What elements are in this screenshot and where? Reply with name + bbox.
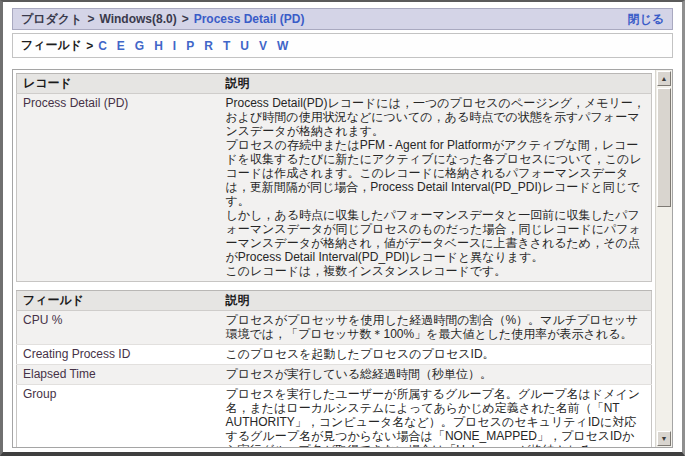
record-table-header-record: レコード <box>17 74 220 94</box>
field-table-header-description: 説明 <box>220 291 652 311</box>
content-pane: レコード 説明 Process Detail (PD)Process Detai… <box>12 69 673 448</box>
vertical-scrollbar[interactable]: ▲ ▼ <box>655 70 672 447</box>
record-table: レコード 説明 Process Detail (PD)Process Detai… <box>16 73 652 282</box>
record-description-paragraph: Process Detail(PD)レコードには，一つのプロセスのページング，メ… <box>226 96 646 138</box>
field-table-row: CPU %プロセスがプロセッサを使用した経過時間の割合（%）。マルチプロセッサ環… <box>17 311 652 345</box>
tables-area: レコード 説明 Process Detail (PD)Process Detai… <box>13 70 655 447</box>
close-link[interactable]: 閉じる <box>627 11 664 28</box>
breadcrumb-items: プロダクト>Windows(8.0)>Process Detail (PD) <box>21 11 304 28</box>
record-description-paragraph: しかし，ある時点に収集したパフォーマンスデータと一回前に収集したパフォーマンスデ… <box>226 208 646 264</box>
scroll-up-button[interactable]: ▲ <box>657 71 671 86</box>
field-letter-link-u[interactable]: U <box>240 39 249 53</box>
field-nav-bar: フィールド > CEGHIPRTUVW <box>12 33 673 58</box>
field-letter-link-p[interactable]: P <box>186 39 194 53</box>
field-description: プロセスがプロセッサを使用した経過時間の割合（%）。マルチプロセッサ環境では，「… <box>220 311 652 345</box>
breadcrumb: プロダクト>Windows(8.0)>Process Detail (PD) 閉… <box>12 8 673 30</box>
record-table-header-row: レコード 説明 <box>17 74 652 94</box>
manual-window: プロダクト>Windows(8.0)>Process Detail (PD) 閉… <box>0 0 685 456</box>
breadcrumb-item: プロダクト <box>21 12 82 26</box>
field-description: このプロセスを起動したプロセスのプロセスID。 <box>220 345 652 365</box>
breadcrumb-separator: > <box>182 12 189 26</box>
breadcrumb-separator: > <box>87 12 94 26</box>
field-letter-link-t[interactable]: T <box>223 39 230 53</box>
field-letter-link-w[interactable]: W <box>277 39 288 53</box>
record-table-row: Process Detail (PD)Process Detail(PD)レコー… <box>17 94 652 282</box>
field-letter-link-r[interactable]: R <box>204 39 213 53</box>
record-name: Process Detail (PD) <box>17 94 220 282</box>
field-letter-link-i[interactable]: I <box>173 39 176 53</box>
field-name: CPU % <box>17 311 220 345</box>
field-name: Creating Process ID <box>17 345 220 365</box>
field-letter-link-h[interactable]: H <box>154 39 163 53</box>
record-description: Process Detail(PD)レコードには，一つのプロセスのページング，メ… <box>220 94 652 282</box>
field-table: フィールド 説明 CPU %プロセスがプロセッサを使用した経過時間の割合（%）。… <box>16 290 652 447</box>
field-table-row: Creating Process IDこのプロセスを起動したプロセスのプロセスI… <box>17 345 652 365</box>
record-description-paragraph: このレコードは，複数インスタンスレコードです。 <box>226 264 646 278</box>
field-letter-link-g[interactable]: G <box>135 39 144 53</box>
field-table-header-field: フィールド <box>17 291 220 311</box>
breadcrumb-item[interactable]: Process Detail (PD) <box>194 12 305 26</box>
field-table-row: Groupプロセスを実行したユーザーが所属するグループ名。グループ名はドメイン名… <box>17 385 652 448</box>
field-nav-label: フィールド <box>21 37 82 54</box>
field-nav-separator: > <box>86 39 93 53</box>
field-table-row: Elapsed Timeプロセスが実行している総経過時間（秒単位）。 <box>17 365 652 385</box>
field-description: プロセスが実行している総経過時間（秒単位）。 <box>220 365 652 385</box>
field-description: プロセスを実行したユーザーが所属するグループ名。グループ名はドメイン名，またはロ… <box>220 385 652 448</box>
field-name: Group <box>17 385 220 448</box>
field-letter-link-c[interactable]: C <box>98 39 107 53</box>
breadcrumb-item: Windows(8.0) <box>99 12 176 26</box>
field-table-header-row: フィールド 説明 <box>17 291 652 311</box>
record-description-paragraph: プロセスの存続中またはPFM - Agent for Platformがアクティ… <box>226 138 646 208</box>
field-letter-link-e[interactable]: E <box>117 39 125 53</box>
field-name: Elapsed Time <box>17 365 220 385</box>
scroll-down-button[interactable]: ▼ <box>657 431 671 446</box>
scrollbar-thumb[interactable] <box>657 88 671 207</box>
record-table-header-description: 説明 <box>220 74 652 94</box>
field-letter-link-v[interactable]: V <box>259 39 267 53</box>
field-letter-links: CEGHIPRTUVW <box>98 39 298 53</box>
